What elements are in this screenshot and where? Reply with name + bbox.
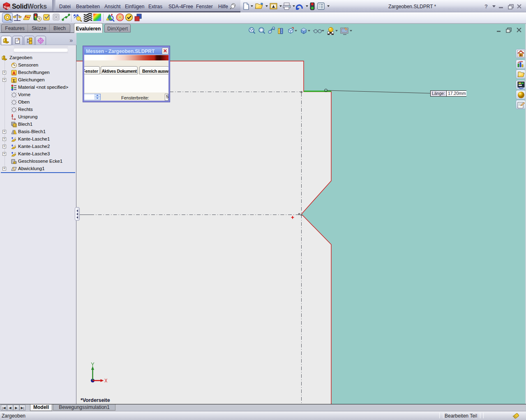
svg-text:?: ? bbox=[484, 3, 488, 9]
svg-text:W: W bbox=[7, 6, 10, 10]
svg-text:S: S bbox=[4, 5, 6, 9]
